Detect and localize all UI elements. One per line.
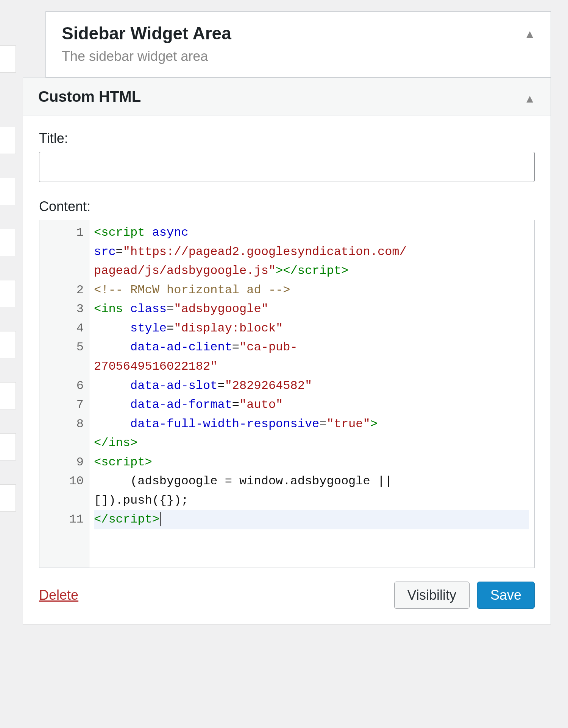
code-area[interactable]: <script asyncsrc="https://pagead2.google… (89, 220, 534, 568)
code-line[interactable]: <ins class="adsbygoogle" (94, 300, 529, 319)
code-line[interactable]: <script async (94, 223, 529, 243)
collapsed-widget-stub[interactable] (0, 229, 16, 256)
collapsed-widget-stub[interactable] (0, 331, 16, 358)
collapsed-widget-stub[interactable] (0, 45, 16, 73)
code-line[interactable]: pagead/js/adsbygoogle.js"></script> (94, 261, 529, 281)
code-line[interactable]: data-ad-slot="2829264582" (94, 376, 529, 396)
save-button[interactable]: Save (477, 582, 535, 609)
widget-body: Title: Content: 1 2 3 4 5 6 7 8 9 10 11 … (23, 115, 551, 582)
code-editor[interactable]: 1 2 3 4 5 6 7 8 9 10 11 <script asyncsrc… (39, 220, 535, 568)
collapse-icon[interactable]: ▲ (524, 88, 535, 105)
code-line[interactable]: []).push({}); (94, 491, 529, 510)
code-line[interactable]: 2705649516022182" (94, 357, 529, 376)
collapsed-widget-stub[interactable] (0, 127, 16, 154)
collapsed-widget-stub[interactable] (0, 382, 16, 409)
code-line[interactable]: src="https://pagead2.googlesyndication.c… (94, 243, 529, 262)
title-label: Title: (39, 131, 535, 146)
code-gutter: 1 2 3 4 5 6 7 8 9 10 11 (39, 220, 89, 568)
collapse-icon[interactable]: ▲ (524, 23, 535, 40)
code-line[interactable]: style="display:block" (94, 319, 529, 338)
code-line[interactable]: (adsbygoogle = window.adsbygoogle || (94, 472, 529, 491)
widget-title: Custom HTML (38, 88, 141, 105)
widget-area-panel: Sidebar Widget Area The sidebar widget a… (45, 11, 551, 78)
code-line[interactable]: </script> (94, 510, 529, 529)
delete-link[interactable]: Delete (39, 587, 78, 603)
text-cursor (160, 512, 161, 526)
widget-area-title: Sidebar Widget Area (62, 23, 231, 44)
content-label: Content: (39, 199, 535, 215)
widget-area-description: The sidebar widget area (62, 48, 231, 64)
collapsed-widget-stub[interactable] (0, 484, 16, 512)
collapsed-widget-stub[interactable] (0, 433, 16, 460)
collapsed-widget-stub[interactable] (0, 178, 16, 205)
widget-footer: Delete Visibility Save (23, 582, 551, 624)
code-line[interactable]: data-full-width-responsive="true"> (94, 415, 529, 434)
widget-area-header[interactable]: Sidebar Widget Area The sidebar widget a… (46, 12, 551, 77)
widget-custom-html: Custom HTML ▲ Title: Content: 1 2 3 4 5 … (23, 78, 551, 624)
collapsed-widget-stub[interactable] (0, 280, 16, 307)
visibility-button[interactable]: Visibility (394, 582, 470, 609)
title-input[interactable] (39, 152, 535, 182)
code-line[interactable]: <!-- RMcW horizontal ad --> (94, 281, 529, 300)
widget-header[interactable]: Custom HTML ▲ (23, 78, 551, 115)
code-line[interactable]: data-ad-format="auto" (94, 395, 529, 415)
code-line[interactable]: </ins> (94, 434, 529, 453)
code-line[interactable]: data-ad-client="ca-pub- (94, 338, 529, 357)
code-line[interactable]: <script> (94, 453, 529, 472)
